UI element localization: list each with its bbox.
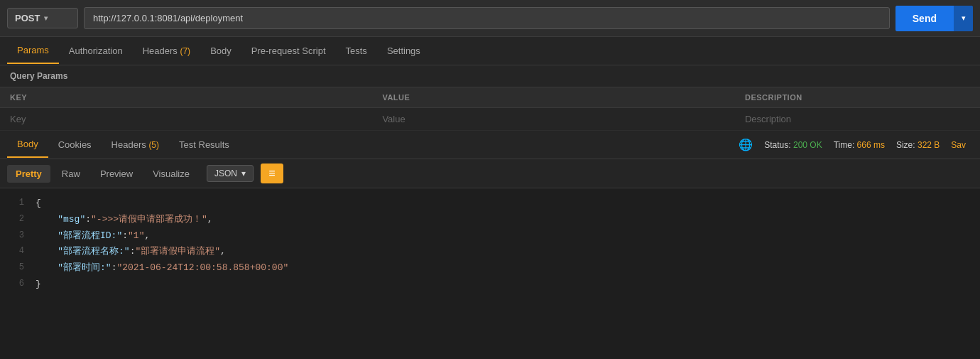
method-select[interactable]: POST ▾ [7, 8, 78, 28]
json-response-body: 1 { 2 "msg" : "->>>请假申请部署成功！" , 3 "部署流程I… [0, 188, 980, 300]
params-table: KEY VALUE DESCRIPTION Key Value Descript… [0, 87, 980, 131]
time-value: 666 ms [857, 140, 885, 150]
query-params-section-header: Query Params [0, 65, 980, 87]
json-line-1: 1 { [0, 195, 980, 212]
request-tabs-row: Params Authorization Headers (7) Body Pr… [0, 37, 980, 65]
status-value: 200 OK [793, 140, 822, 150]
headers-badge: (7) [180, 46, 190, 56]
format-dropdown-arrow-icon: ▾ [241, 168, 246, 178]
size-value: 322 B [918, 140, 940, 150]
tab-cookies[interactable]: Cookies [48, 132, 102, 157]
format-tabs-row: Pretty Raw Preview Visualize JSON ▾ ≡ [0, 159, 980, 188]
size-label: Size: 322 B [896, 140, 940, 150]
json-line-5: 5 "部署时间:" : "2021-06-24T12:00:58.858+00:… [0, 260, 980, 277]
format-tab-pretty[interactable]: Pretty [7, 165, 50, 183]
json-line-6: 6 } [0, 277, 980, 293]
format-tab-raw[interactable]: Raw [53, 165, 89, 183]
format-type-dropdown[interactable]: JSON ▾ [207, 165, 254, 182]
col-header-description: DESCRIPTION [735, 87, 980, 108]
col-header-value: VALUE [372, 87, 735, 108]
table-row-placeholder: Key Value Description [0, 108, 980, 131]
json-line-3: 3 "部署流程ID:" : "1" , [0, 228, 980, 245]
placeholder-description[interactable]: Description [735, 108, 980, 131]
placeholder-key[interactable]: Key [0, 108, 372, 131]
send-button[interactable]: Send [895, 6, 954, 31]
format-tab-visualize[interactable]: Visualize [144, 165, 198, 183]
tab-authorization[interactable]: Authorization [59, 38, 133, 63]
tab-test-results[interactable]: Test Results [169, 132, 239, 157]
tab-params[interactable]: Params [7, 38, 59, 64]
method-label: POST [15, 13, 40, 23]
col-header-key: KEY [0, 87, 372, 108]
json-line-2: 2 "msg" : "->>>请假申请部署成功！" , [0, 212, 980, 228]
format-tab-preview[interactable]: Preview [92, 165, 141, 183]
response-headers-badge: (5) [148, 140, 159, 150]
status-label: Status: 200 OK [764, 140, 822, 150]
wrap-button[interactable]: ≡ [261, 164, 283, 183]
send-dropdown-button[interactable]: ▾ [954, 6, 973, 31]
json-line-4: 4 "部署流程名称:" : "部署请假申请流程" , [0, 244, 980, 260]
response-status-bar: 🌐 Status: 200 OK Time: 666 ms Size: 322 … [739, 138, 973, 151]
placeholder-value[interactable]: Value [372, 108, 735, 131]
send-button-group: Send ▾ [895, 6, 973, 31]
globe-icon[interactable]: 🌐 [739, 138, 753, 151]
tab-settings[interactable]: Settings [377, 38, 430, 63]
tab-body[interactable]: Body [200, 38, 241, 63]
tab-headers[interactable]: Headers (7) [133, 38, 200, 63]
tab-response-body[interactable]: Body [7, 132, 48, 158]
save-response-button[interactable]: Sav [951, 140, 966, 150]
tab-response-headers[interactable]: Headers (5) [102, 132, 169, 157]
url-bar: POST ▾ Send ▾ [0, 0, 980, 37]
response-tabs-row: Body Cookies Headers (5) Test Results 🌐 … [0, 131, 980, 159]
time-label: Time: 666 ms [834, 140, 885, 150]
tab-tests[interactable]: Tests [336, 38, 377, 63]
tab-pre-request-script[interactable]: Pre-request Script [241, 38, 336, 63]
method-dropdown-arrow-icon: ▾ [44, 14, 48, 22]
url-input[interactable] [84, 7, 890, 29]
